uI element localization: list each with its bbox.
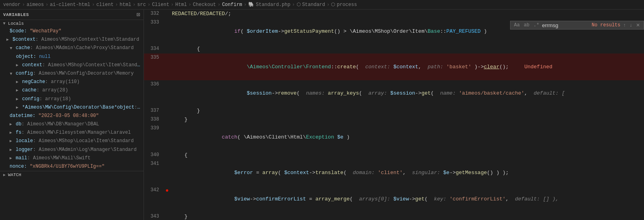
var-db[interactable]: ▶ db: Aimeos\MW\DB\Manager\DBAL <box>0 120 144 129</box>
search-input[interactable] <box>542 22 590 28</box>
editor-area: Aa ab .* No results ↑ ↓ ✕ 332 REDACTED/R… <box>144 10 644 220</box>
code-container: 332 REDACTED/REDACTED/; 333 if( $orderIt… <box>144 10 644 220</box>
watch-section[interactable]: ▶ WATCH <box>0 171 144 178</box>
breadcrumb-client[interactable]: client <box>96 2 114 8</box>
search-word-icon[interactable]: ab <box>522 22 530 28</box>
variables-panel: VARIABLES ⊡ ▶ Locals $code: "WechatPay" … <box>0 10 144 220</box>
breadcrumb-html2[interactable]: Html <box>175 2 187 8</box>
code-line-332: 332 REDACTED/REDACTED/; <box>144 10 644 18</box>
locals-section[interactable]: ▶ Locals <box>0 20 144 27</box>
breadcrumb-client2[interactable]: Client <box>152 2 169 8</box>
code-line-341: 341 $error = array( $context->translate(… <box>144 160 644 186</box>
code-line-343: 343 } <box>144 212 644 220</box>
var-datetime[interactable]: datetime: "2022-03-05 08:48:00" <box>0 112 144 120</box>
var-fs[interactable]: ▶ fs: Aimeos\MW\Filesystem\Manager\Larav… <box>0 129 144 137</box>
context-arrow: ▶ <box>6 38 9 42</box>
var-config-arr[interactable]: ▶ config: array(18) <box>0 95 144 103</box>
var-mail[interactable]: ▶ mail: Aimeos\MW\Mail\Swift <box>0 154 144 163</box>
code-line-335: 335 \Aimeos\Controller\Frontend::create(… <box>144 54 644 80</box>
breadcrumb-checkout[interactable]: Checkout <box>193 2 216 8</box>
var-locale[interactable]: ▶ locale: Aimeos\MShop\Locale\Item\Stand… <box>0 137 144 145</box>
code-line-339: 339 catch( \Aimeos\Client\Html\Exception… <box>144 124 644 151</box>
breadcrumb: vendor › aimeos › ai-client-html › clien… <box>0 0 644 10</box>
variables-title: VARIABLES <box>3 12 29 17</box>
code-lines: 332 REDACTED/REDACTED/; 333 if( $orderIt… <box>144 10 644 220</box>
var-cache-arr[interactable]: ▶ cache: array(28) <box>0 86 144 95</box>
breadcrumb-html[interactable]: html <box>120 2 131 8</box>
code-line-337: 337 } <box>144 107 644 115</box>
locals-label: Locals <box>8 21 24 26</box>
breadcrumb-class[interactable]: Standard <box>302 2 325 8</box>
code-line-342: 342 ● $view->confirmErrorList = array_me… <box>144 186 644 212</box>
breadcrumb-class-icon: ⬡ <box>297 2 301 8</box>
locals-arrow: ▶ <box>2 22 7 25</box>
variables-content: ▶ Locals $code: "WechatPay" ▶ $context: … <box>0 20 144 220</box>
variables-panel-header: VARIABLES ⊡ <box>0 10 144 20</box>
breadcrumb-vendor[interactable]: vendor <box>3 2 20 8</box>
search-bar: Aa ab .* No results ↑ ↓ ✕ <box>510 21 644 30</box>
breadcrumb-method[interactable]: process <box>337 2 357 8</box>
code-line-340: 340 { <box>144 151 644 160</box>
breakpoint-342[interactable]: ● <box>165 187 169 194</box>
breadcrumb-src[interactable]: src <box>137 2 146 8</box>
var-config-decorator[interactable]: ▶ *Aimeos\MW\Config\Decorator\Base*objec… <box>0 103 144 112</box>
var-context-inner[interactable]: ▶ context: Aimeos\MShop\Context\Item\Sta… <box>0 61 144 69</box>
var-context[interactable]: ▶ $context: Aimeos\MShop\Context\Item\St… <box>0 36 144 44</box>
var-config[interactable]: ▶ config: Aimeos\MW\Config\Decorator\Mem… <box>0 69 144 78</box>
cache-arrow: ▶ <box>8 47 14 50</box>
breadcrumb-file-icon: 🐘 <box>248 2 254 8</box>
panel-action-icon[interactable]: ⊡ <box>137 11 140 18</box>
search-close-button[interactable]: ✕ <box>635 22 641 28</box>
search-case-icon[interactable]: Aa <box>513 22 521 28</box>
breadcrumb-ai-client-html[interactable]: ai-client-html <box>50 2 90 8</box>
code-line-336: 336 $session->remove( names: array_keys(… <box>144 80 644 107</box>
search-next-button[interactable]: ↓ <box>628 22 633 28</box>
code-line-334: 334 { <box>144 45 644 54</box>
code-line-338: 338 } <box>144 115 644 124</box>
var-nonce[interactable]: nonce: "xNGBRk4/UiBY76wYU9PLIg==" <box>0 163 144 171</box>
var-cache-parent[interactable]: ▶ cache: Aimeos\MAdmin\Cache\Proxy\Stand… <box>0 44 144 52</box>
var-logger[interactable]: ▶ logger: Aimeos\MAdmin\Log\Manager\Stan… <box>0 146 144 154</box>
watch-arrow: ▶ <box>3 172 6 177</box>
var-object[interactable]: object: null <box>0 53 144 61</box>
var-negcache[interactable]: ▶ negCache: array(110) <box>0 78 144 86</box>
breadcrumb-confirm[interactable]: Confirm <box>222 2 242 8</box>
search-no-results: No results <box>592 22 620 28</box>
breadcrumb-file[interactable]: Standard.php <box>256 2 290 8</box>
search-regex-icon[interactable]: .* <box>532 22 540 28</box>
watch-label: WATCH <box>8 172 21 177</box>
search-prev-button[interactable]: ↑ <box>622 22 627 28</box>
breadcrumb-aimeos[interactable]: aimeos <box>26 2 44 8</box>
var-code[interactable]: $code: "WechatPay" <box>0 27 144 36</box>
breadcrumb-method-icon: ⬡ <box>331 2 335 8</box>
